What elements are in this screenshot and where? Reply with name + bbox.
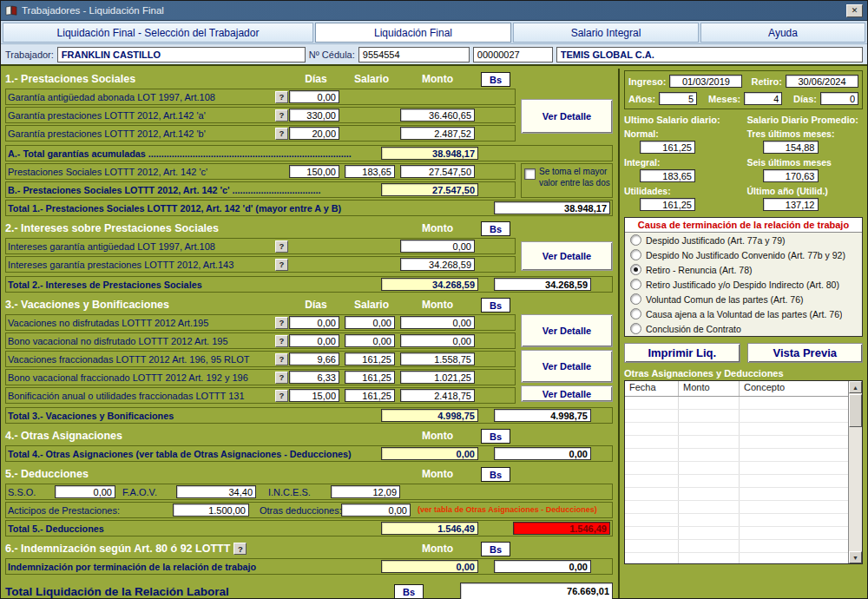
help-button[interactable]: ? xyxy=(233,543,247,555)
table-row[interactable] xyxy=(625,488,848,501)
table-row[interactable] xyxy=(625,423,848,436)
meses-field[interactable] xyxy=(744,92,782,105)
monto-field[interactable] xyxy=(400,258,475,271)
faov-field[interactable] xyxy=(176,485,256,498)
salario-field[interactable] xyxy=(345,334,395,347)
causa-option[interactable]: Despido No Justificado Convenido (Art. 7… xyxy=(625,247,862,262)
total1-field[interactable] xyxy=(494,201,610,214)
otras-deducciones-field[interactable] xyxy=(341,504,411,517)
monto-field[interactable] xyxy=(400,389,475,402)
help-button[interactable]: ? xyxy=(275,335,288,347)
ver-detalle-button[interactable]: Ver Detalle xyxy=(521,241,613,271)
dias-field[interactable] xyxy=(289,90,339,103)
salario-field[interactable] xyxy=(345,352,395,365)
ultimo-ano-field[interactable] xyxy=(763,198,819,211)
monto-field[interactable] xyxy=(400,316,475,329)
salario-field[interactable] xyxy=(345,316,395,329)
total3-subtotal-field[interactable] xyxy=(381,409,478,422)
grand-total-field[interactable] xyxy=(460,583,613,599)
help-button[interactable]: ? xyxy=(275,353,288,365)
radio-icon[interactable] xyxy=(630,249,641,260)
causa-option[interactable]: Voluntad Comun de las partes (Art. 76) xyxy=(625,292,862,306)
radio-icon[interactable] xyxy=(630,293,641,305)
salario-field[interactable] xyxy=(345,389,395,402)
causa-option[interactable]: Retiro Justificado y/o Despido Indirecto… xyxy=(625,277,862,292)
radio-icon[interactable] xyxy=(630,308,641,319)
utilidades-field[interactable] xyxy=(640,198,695,211)
total5-field[interactable] xyxy=(513,522,610,535)
cedula-field[interactable] xyxy=(358,47,470,63)
total3-field[interactable] xyxy=(494,409,591,422)
monto-field[interactable] xyxy=(400,240,475,253)
table-row[interactable] xyxy=(625,514,848,527)
monto-field[interactable] xyxy=(400,352,475,365)
dias-field[interactable] xyxy=(289,371,339,384)
ver-detalle-button[interactable]: Ver Detalle xyxy=(521,314,613,347)
help-button[interactable]: ? xyxy=(275,109,288,122)
worker-name-field[interactable] xyxy=(57,47,306,63)
dias-field[interactable] xyxy=(289,352,339,365)
radio-icon[interactable] xyxy=(630,323,641,334)
inces-field[interactable] xyxy=(331,485,400,498)
retiro-field[interactable] xyxy=(786,75,858,88)
sso-field[interactable] xyxy=(55,485,115,498)
dias-field[interactable] xyxy=(289,316,339,329)
table-row[interactable] xyxy=(625,436,848,449)
indemnizacion-subtotal-field[interactable] xyxy=(381,560,478,573)
table-row[interactable] xyxy=(625,397,848,410)
ver-detalle-button[interactable]: Ver Detalle xyxy=(521,385,613,402)
ver-detalle-button[interactable]: Ver Detalle xyxy=(521,350,613,383)
ingreso-field[interactable] xyxy=(669,75,742,88)
help-button[interactable]: ? xyxy=(275,317,288,329)
indemnizacion-field[interactable] xyxy=(494,560,591,573)
dias-field[interactable] xyxy=(289,127,339,140)
monto-field[interactable] xyxy=(400,109,475,122)
salario-field[interactable] xyxy=(345,165,395,178)
tab-seleccion-trabajador[interactable]: Liquidación Final - Selección del Trabaj… xyxy=(3,23,313,43)
radio-icon[interactable] xyxy=(630,264,641,275)
table-row[interactable] xyxy=(625,410,848,423)
dias-field[interactable] xyxy=(289,389,339,402)
close-button[interactable]: ✕ xyxy=(846,4,863,17)
table-row[interactable] xyxy=(625,501,848,514)
help-button[interactable]: ? xyxy=(275,390,288,402)
help-button[interactable]: ? xyxy=(275,372,288,384)
total-a-field[interactable] xyxy=(381,147,478,160)
radio-icon[interactable] xyxy=(630,279,641,290)
oad-table-body[interactable] xyxy=(625,397,848,563)
help-button[interactable]: ? xyxy=(275,128,288,140)
causa-option[interactable]: Causa ajena a la Voluntad de las partes … xyxy=(625,306,862,321)
table-row[interactable] xyxy=(625,527,848,540)
table-row[interactable] xyxy=(625,462,848,475)
total2-subtotal-field[interactable] xyxy=(381,278,478,291)
dias-field[interactable] xyxy=(289,334,339,347)
integral-field[interactable] xyxy=(640,169,695,182)
anos-field[interactable] xyxy=(659,92,697,105)
scrollbar-thumb[interactable] xyxy=(849,394,862,427)
monto-field[interactable] xyxy=(400,127,475,140)
normal-field[interactable] xyxy=(640,141,695,154)
imprimir-liq-button[interactable]: Imprimir Liq. xyxy=(624,343,740,363)
total4-field[interactable] xyxy=(494,447,591,460)
salario-field[interactable] xyxy=(345,371,395,384)
table-row[interactable] xyxy=(625,540,848,553)
scroll-up-icon[interactable]: ▲ xyxy=(849,381,862,393)
total4-subtotal-field[interactable] xyxy=(381,447,478,460)
company-field[interactable] xyxy=(556,47,863,63)
worker-code-field[interactable] xyxy=(473,47,553,63)
anticipos-field[interactable] xyxy=(173,504,249,517)
checkbox-icon[interactable] xyxy=(524,168,536,180)
tres-meses-field[interactable] xyxy=(763,141,819,154)
dias-field[interactable] xyxy=(289,109,339,122)
vista-previa-button[interactable]: Vista Previa xyxy=(747,343,864,363)
seis-meses-field[interactable] xyxy=(763,169,819,182)
total-b-field[interactable] xyxy=(381,183,478,196)
causa-option[interactable]: Conclusión de Contrato xyxy=(625,321,862,336)
table-row[interactable] xyxy=(625,449,848,462)
help-button[interactable]: ? xyxy=(275,259,288,271)
table-row[interactable] xyxy=(625,553,848,563)
scroll-down-icon[interactable]: ▼ xyxy=(849,551,862,563)
monto-field[interactable] xyxy=(400,334,475,347)
tab-salario-integral[interactable]: Salario Integral xyxy=(513,23,699,43)
dias-count-field[interactable] xyxy=(820,92,858,105)
